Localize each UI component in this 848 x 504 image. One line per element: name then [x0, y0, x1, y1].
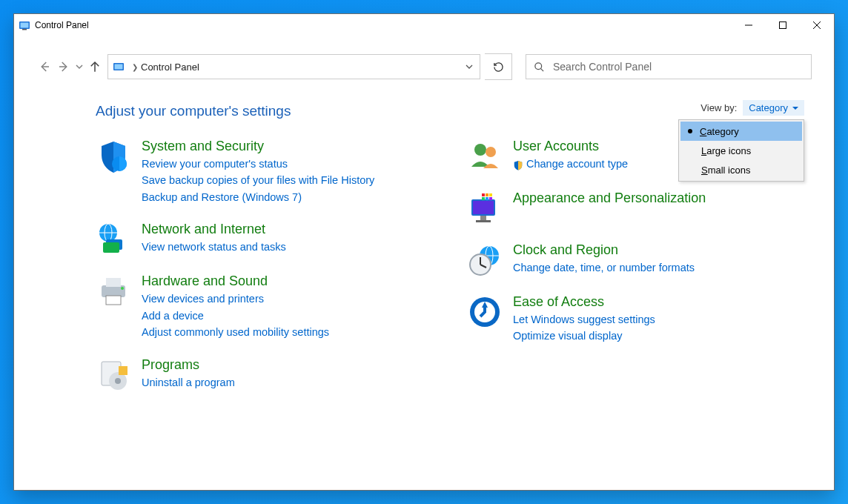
category-link[interactable]: Optimize visual display	[513, 328, 655, 344]
category-link[interactable]: Review your computer's status	[142, 156, 374, 172]
svg-rect-19	[103, 242, 119, 253]
refresh-button[interactable]	[485, 53, 512, 80]
address-bar[interactable]: ❯ Control Panel	[107, 54, 480, 79]
categories-left-column: System and Security Review your computer…	[96, 139, 437, 393]
category-title[interactable]: Hardware and Sound	[142, 273, 329, 289]
view-by-option-category[interactable]: Category	[680, 122, 802, 141]
view-by-selected: Category	[749, 102, 788, 113]
uac-shield-icon	[513, 159, 523, 169]
view-by-dropdown-button[interactable]: Category	[743, 100, 804, 116]
chevron-right-icon: ❯	[132, 63, 138, 71]
category-title[interactable]: Ease of Access	[513, 294, 655, 310]
navigation-row: ❯ Control Panel	[14, 53, 834, 81]
search-icon	[526, 62, 551, 73]
chevron-down-icon	[792, 107, 798, 110]
address-dropdown-button[interactable]	[459, 55, 480, 79]
category-title[interactable]: User Accounts	[513, 139, 628, 154]
svg-rect-35	[482, 197, 485, 200]
user-accounts-icon	[467, 139, 503, 174]
titlebar: Control Panel	[14, 14, 834, 36]
category-link[interactable]: Save backup copies of your files with Fi…	[142, 172, 374, 188]
svg-rect-4	[780, 22, 786, 29]
content-area: Adjust your computer's settings View by:…	[14, 81, 834, 490]
category-title[interactable]: Appearance and Personalization	[513, 190, 706, 206]
svg-rect-37	[489, 197, 492, 200]
view-by-menu: Category Large icons Small icons	[678, 119, 804, 182]
minimize-button[interactable]	[732, 14, 766, 36]
svg-point-12	[534, 62, 541, 69]
view-by-control: View by: Category	[700, 100, 804, 116]
svg-rect-33	[486, 193, 488, 196]
svg-rect-32	[482, 193, 485, 196]
category-title[interactable]: System and Security	[142, 139, 374, 154]
nav-back-button[interactable]	[36, 59, 53, 75]
control-panel-icon	[108, 61, 129, 73]
nav-forward-button[interactable]	[56, 59, 72, 75]
svg-point-23	[121, 287, 124, 290]
globe-network-icon	[96, 222, 131, 257]
svg-point-26	[115, 378, 121, 384]
ease-of-access-icon	[467, 294, 503, 330]
category-programs: Programs Uninstall a program	[96, 357, 437, 393]
maximize-button[interactable]	[766, 14, 800, 36]
svg-rect-21	[106, 278, 121, 287]
category-hardware-sound: Hardware and Sound View devices and prin…	[96, 273, 437, 340]
control-panel-window: Control Panel ❯ Control Panel	[13, 13, 835, 491]
category-clock-region: Clock and Region Change date, time, or n…	[467, 242, 809, 278]
svg-rect-11	[115, 64, 123, 70]
programs-icon	[96, 357, 131, 393]
category-appearance-personalization: Appearance and Personalization	[467, 190, 809, 226]
nav-up-button[interactable]	[87, 59, 103, 75]
category-link[interactable]: View devices and printers	[142, 291, 329, 307]
svg-rect-39	[476, 220, 491, 222]
category-link[interactable]: Change date, time, or number formats	[513, 259, 695, 276]
svg-rect-31	[473, 201, 494, 214]
shield-icon	[96, 139, 131, 174]
category-link[interactable]: Change account type	[513, 156, 628, 172]
address-text: Control Panel	[141, 62, 459, 73]
category-link[interactable]: Backup and Restore (Windows 7)	[142, 189, 374, 205]
view-by-option-large-icons[interactable]: Large icons	[680, 141, 802, 160]
category-system-security: System and Security Review your computer…	[96, 139, 437, 205]
category-link[interactable]: Uninstall a program	[142, 374, 235, 391]
close-button[interactable]	[800, 14, 834, 36]
svg-point-28	[474, 144, 486, 156]
category-link[interactable]: Add a device	[142, 308, 329, 324]
svg-rect-34	[489, 193, 492, 196]
monitor-appearance-icon	[467, 190, 503, 226]
category-title[interactable]: Clock and Region	[513, 242, 695, 258]
view-by-option-small-icons[interactable]: Small icons	[680, 160, 802, 179]
view-by-label: View by:	[700, 102, 737, 113]
search-input[interactable]	[551, 60, 811, 73]
clock-globe-icon	[467, 242, 503, 278]
category-title[interactable]: Programs	[142, 357, 235, 373]
svg-rect-1	[21, 23, 29, 28]
window-title: Control Panel	[35, 20, 89, 30]
control-panel-icon	[19, 19, 30, 31]
svg-rect-27	[119, 366, 127, 375]
recent-locations-button[interactable]	[75, 59, 84, 75]
printer-icon	[96, 273, 131, 309]
svg-rect-22	[106, 296, 121, 305]
svg-rect-38	[480, 216, 486, 220]
category-link[interactable]: Let Windows suggest settings	[513, 311, 655, 328]
category-ease-of-access: Ease of Access Let Windows suggest setti…	[467, 294, 809, 345]
category-network-internet: Network and Internet View network status…	[96, 222, 437, 257]
svg-rect-36	[486, 197, 488, 200]
category-link[interactable]: View network status and tasks	[142, 239, 286, 255]
search-box[interactable]	[526, 54, 812, 79]
svg-rect-2	[22, 29, 27, 30]
category-title[interactable]: Network and Internet	[142, 222, 286, 237]
svg-line-13	[540, 68, 543, 71]
category-link[interactable]: Adjust commonly used mobility settings	[142, 324, 329, 340]
svg-point-29	[486, 147, 496, 157]
